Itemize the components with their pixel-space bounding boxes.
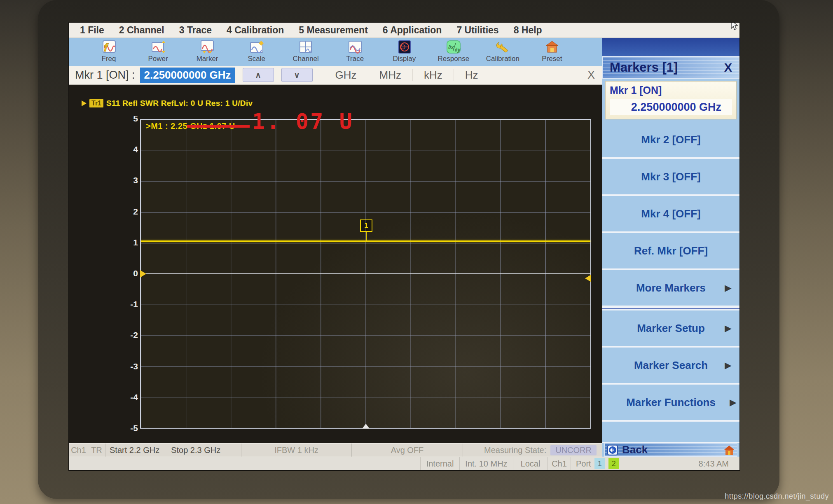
unit-mhz-button[interactable]: MHz — [368, 69, 412, 82]
softkey-label: Marker Setup — [637, 322, 705, 335]
tool-label: Scale — [248, 55, 265, 63]
marker-icon — [199, 40, 216, 54]
response-button[interactable]: ∂x∂y Response — [432, 40, 475, 63]
y-axis-label: -3 — [97, 362, 138, 371]
clock: 8:43 AM — [699, 459, 739, 469]
trace-display: Tr1 S11 Refl SWR RefLvl: 0 U Res: 1 U/Di… — [69, 85, 602, 443]
marker-entry-label: Mkr 1 [ON] : — [75, 69, 135, 82]
ref-level-right-icon — [585, 275, 591, 282]
tool-label: Freq — [102, 55, 116, 63]
toolbar: f Freq Power Marker — [69, 38, 602, 66]
marker-1-stem — [366, 232, 367, 241]
instrument-photo: 1 File 2 Channel 3 Trace 4 Calibration 5… — [0, 0, 833, 504]
back-row: Back — [602, 443, 739, 457]
softkey-label: Marker Functions — [626, 396, 716, 409]
trace-badge: Tr1 — [89, 99, 103, 107]
marker-button[interactable]: Marker — [186, 40, 229, 63]
marker-1-symbol[interactable]: 1 — [360, 219, 372, 232]
y-axis-label: -2 — [97, 330, 138, 340]
calibration-icon — [494, 40, 511, 54]
softkey-marker-functions[interactable]: Marker Functions ▶ — [602, 385, 739, 422]
unit-hz-button[interactable]: Hz — [454, 69, 489, 82]
correction-state-badge: UNCORR — [550, 445, 597, 455]
sys-ref-clock: Int. 10 MHz — [459, 457, 513, 470]
port-1-indicator: 1 — [594, 458, 605, 469]
response-icon: ∂x∂y — [445, 40, 462, 54]
softkey-label: Marker Search — [634, 359, 708, 372]
svg-text:∂x: ∂x — [448, 44, 454, 50]
status-measuring: Measuring State: UNCORR — [463, 443, 602, 457]
menu-utilities[interactable]: 7 Utilities — [456, 25, 498, 36]
tool-label: Power — [148, 55, 168, 63]
status-channel: Ch1 — [69, 443, 88, 457]
svg-text:∂y: ∂y — [455, 47, 461, 53]
display-icon — [395, 40, 413, 54]
submenu-arrow-icon: ▶ — [725, 283, 731, 293]
back-arrow-icon — [607, 445, 618, 455]
power-icon — [150, 40, 167, 54]
menu-file[interactable]: 1 File — [80, 25, 104, 36]
tool-label: Marker — [197, 55, 218, 63]
graticule: 1 >M1 : 2.25 GHz 1.07 U 1. 07 U — [140, 119, 591, 429]
system-bar: Internal Int. 10 MHz Local Ch1 Port 1 2 … — [69, 457, 739, 470]
softkey-mkr2[interactable]: Mkr 2 [OFF] — [602, 122, 739, 159]
softkey-mkr4[interactable]: Mkr 4 [OFF] — [602, 196, 739, 233]
mkr1-label: Mkr 1 [ON] — [610, 84, 732, 96]
softkey-panel: Markers [1] X Mkr 1 [ON] 2.250000000 GHz… — [602, 38, 739, 443]
unit-khz-button[interactable]: kHz — [412, 69, 454, 82]
menu-measurement[interactable]: 5 Measurement — [299, 25, 367, 36]
unit-ghz-button[interactable]: GHz — [324, 69, 368, 82]
scale-button[interactable]: Scale — [235, 40, 278, 63]
red-annotation: 1. 07 U — [187, 111, 354, 132]
menu-channel[interactable]: 2 Channel — [119, 25, 164, 36]
trace-button[interactable]: Trace — [334, 40, 377, 63]
entry-close-button[interactable]: X — [587, 69, 595, 82]
softkey-mkr1[interactable]: Mkr 1 [ON] 2.250000000 GHz — [605, 81, 737, 119]
menu-trace[interactable]: 3 Trace — [179, 25, 212, 36]
marker-entry-value[interactable]: 2.250000000 GHz — [140, 68, 235, 83]
softkey-more-markers[interactable]: More Markers ▶ — [602, 270, 739, 307]
freq-button[interactable]: f Freq — [87, 40, 130, 63]
step-down-button[interactable] — [281, 68, 313, 82]
stimulus-marker-icon — [362, 424, 370, 429]
tool-label: Response — [438, 55, 470, 63]
sys-ports: Port 1 2 — [571, 457, 636, 470]
step-up-button[interactable] — [243, 68, 274, 82]
status-sweep-range: Start 2.2 GHz Stop 2.3 GHz — [105, 443, 241, 457]
mkr1-value-field[interactable]: 2.250000000 GHz — [610, 99, 732, 115]
tool-label: Display — [393, 55, 416, 63]
unit-buttons: GHz MHz kHz Hz — [324, 66, 489, 84]
menu-help[interactable]: 8 Help — [514, 25, 542, 36]
status-bar: Ch1 TR Start 2.2 GHz Stop 2.3 GHz IFBW 1… — [69, 443, 602, 457]
y-axis-label: -1 — [97, 299, 138, 309]
watermark: https://blog.csdn.net/jin_study — [725, 492, 829, 501]
y-axis-label: -5 — [97, 423, 138, 433]
calibration-button[interactable]: Calibration — [481, 40, 524, 63]
panel-divider — [602, 307, 739, 310]
preset-button[interactable]: Preset — [531, 40, 573, 63]
display-button[interactable]: Display — [383, 40, 426, 63]
status-ifbw: IFBW 1 kHz — [241, 443, 352, 457]
y-axis-label: 5 — [97, 114, 138, 124]
mouse-cursor-icon — [730, 23, 739, 31]
menu-application[interactable]: 6 Application — [383, 25, 442, 36]
tool-label: Trace — [346, 55, 364, 63]
status-start: Start 2.2 GHz — [110, 446, 159, 455]
annotation-text: 1. 07 U — [252, 111, 354, 132]
channel-icon — [297, 40, 314, 54]
freq-icon: f — [100, 40, 117, 54]
softkey-marker-setup[interactable]: Marker Setup ▶ — [602, 310, 739, 348]
status-tr: TR — [88, 443, 105, 457]
port-label: Port — [576, 459, 591, 469]
softkey-label: More Markers — [636, 282, 706, 294]
menu-calibration[interactable]: 4 Calibration — [227, 25, 284, 36]
back-button[interactable]: Back — [604, 443, 737, 457]
submenu-arrow-icon: ▶ — [725, 360, 731, 370]
panel-close-button[interactable]: X — [724, 61, 732, 75]
softkey-mkr3[interactable]: Mkr 3 [OFF] — [602, 159, 739, 196]
trace-title: S11 Refl SWR RefLvl: 0 U Res: 1 U/Div — [106, 99, 253, 108]
channel-button[interactable]: Channel — [284, 40, 327, 63]
power-button[interactable]: Power — [137, 40, 180, 63]
softkey-marker-search[interactable]: Marker Search ▶ — [602, 348, 739, 385]
softkey-ref-mkr[interactable]: Ref. Mkr [OFF] — [602, 233, 739, 270]
